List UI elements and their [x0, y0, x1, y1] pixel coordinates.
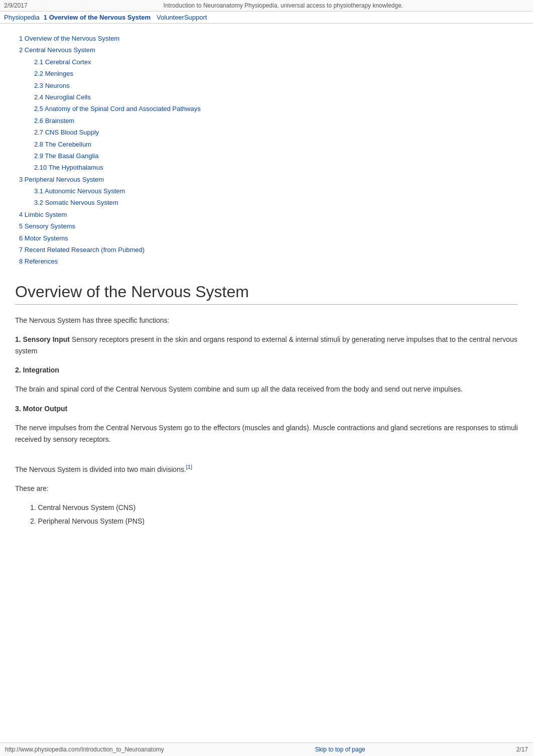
toc-item-2[interactable]: 2 Central Nervous System — [19, 44, 518, 56]
divisions-intro: The Nervous System is divided into two m… — [15, 463, 518, 475]
motor-output-label: 3. Motor Output — [15, 403, 518, 414]
motor-output-heading: 3. Motor Output — [15, 405, 67, 413]
integration-heading: 2. Integration — [15, 366, 59, 374]
toc-item-5[interactable]: 5 Sensory Systems — [19, 220, 518, 232]
toc-item-2-2[interactable]: 2.2 Meninges — [34, 68, 518, 79]
toc-item-8[interactable]: 8 References — [19, 256, 518, 267]
toc-item-2-3[interactable]: 2.3 Neurons — [34, 80, 518, 91]
toc-item-7[interactable]: 7 Recent Related Research (from Pubmed) — [19, 244, 518, 256]
toc-item-2-1[interactable]: 2.1 Cerebral Cortex — [34, 56, 518, 68]
main-content: 1 Overview of the Nervous System 2 Centr… — [0, 24, 533, 549]
brand-link[interactable]: Physiopedia — [4, 14, 40, 21]
sensory-input-text: Sensory receptors present in the skin an… — [15, 335, 517, 354]
sensory-input-label: 1. Sensory Input — [15, 335, 70, 343]
toc-item-2-5[interactable]: 2.5 Anatomy of the Spinal Cord and Assoc… — [34, 103, 518, 114]
divisions-intro-text: The Nervous System is divided into two m… — [15, 465, 186, 473]
nav-bar: Physiopedia 1 Overview of the Nervous Sy… — [0, 12, 533, 24]
division-cns: 1. Central Nervous System (CNS) — [30, 502, 518, 513]
toc-item-2-7[interactable]: 2.7 CNS Blood Supply — [34, 127, 518, 138]
integration-label: 2. Integration — [15, 364, 518, 375]
date: 2/9/2017 — [4, 2, 28, 9]
division-pns: 2. Peripheral Nervous System (PNS) — [30, 516, 518, 527]
toc-item-1[interactable]: 1 Overview of the Nervous System — [19, 33, 518, 44]
integration-text: The brain and spinal cord of the Central… — [15, 384, 518, 395]
toc-item-2-10[interactable]: 2.10 The Hypothalamus — [34, 162, 518, 173]
motor-output-text: The nerve impulses from the Central Nerv… — [15, 422, 518, 445]
toc-item-6[interactable]: 6 Motor Systems — [19, 232, 518, 244]
toc-item-2-9[interactable]: 2.9 The Basal Ganglia — [34, 150, 518, 162]
intro-text: The Nervous System has three specific fu… — [15, 315, 518, 326]
sensory-input-section: 1. Sensory Input Sensory receptors prese… — [15, 334, 518, 356]
site-title: Introduction to Neuroanatomy Physiopedia… — [38, 2, 529, 9]
toc-item-3[interactable]: 3 Peripheral Nervous System — [19, 174, 518, 185]
toc-item-3-2[interactable]: 3.2 Somatic Nervous System — [34, 197, 518, 208]
toc-item-3-1[interactable]: 3.1 Autonomic Nervous System — [34, 185, 518, 197]
toc-item-2-8[interactable]: 2.8 The Cerebellum — [34, 139, 518, 150]
toc-item-2-4[interactable]: 2.4 Neuroglial Cells — [34, 91, 518, 103]
nav-link-volunteer[interactable]: VolunteerSupport — [157, 14, 207, 21]
top-bar: 2/9/2017 Introduction to Neuroanatomy Ph… — [0, 0, 533, 12]
reference-1: [1] — [186, 464, 192, 470]
table-of-contents: 1 Overview of the Nervous System 2 Centr… — [19, 33, 518, 268]
these-are: These are: — [15, 483, 518, 494]
toc-item-2-6[interactable]: 2.6 Brainstem — [34, 115, 518, 127]
page-heading: Overview of the Nervous System — [15, 283, 518, 305]
toc-item-4[interactable]: 4 Limbic System — [19, 209, 518, 220]
nav-link-overview[interactable]: 1 Overview of the Nervous System — [44, 14, 151, 21]
nav-links: 1 Overview of the Nervous System Volunte… — [44, 14, 207, 21]
spacer — [15, 453, 518, 463]
